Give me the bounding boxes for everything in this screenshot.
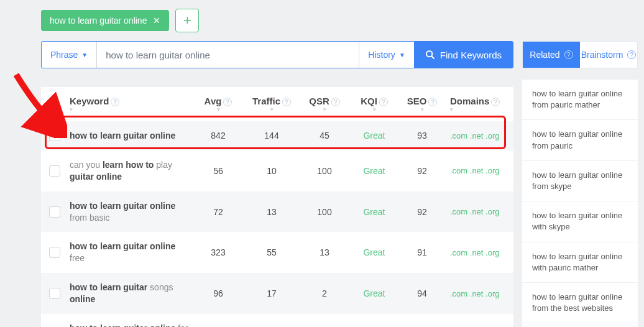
- sort-icon: ▾: [450, 107, 513, 113]
- svg-line-1: [431, 56, 435, 59]
- history-dropdown[interactable]: History ▼: [359, 42, 413, 68]
- keyword-cell: how to learn guitar songs online: [68, 282, 193, 305]
- search-input[interactable]: [97, 42, 359, 68]
- domains-cell: .com .net .org: [445, 248, 513, 257]
- table-row[interactable]: can you learn how to play guitar online5…: [41, 150, 513, 191]
- seo-cell: 91: [399, 247, 445, 257]
- traffic-cell: 13: [244, 207, 300, 217]
- header-domains[interactable]: Domains: [450, 96, 489, 106]
- qsr-cell: 100: [300, 166, 349, 176]
- header-qsr[interactable]: QSR: [309, 96, 329, 106]
- related-item[interactable]: how to learn guitar online from pauric: [522, 120, 638, 160]
- qsr-cell: 45: [300, 131, 349, 140]
- seo-cell: 92: [399, 207, 445, 217]
- sidebar-tabs: Related ? Brainstorm ?: [522, 41, 638, 68]
- related-item[interactable]: how to learn guitar online from pauric m…: [522, 80, 638, 120]
- sort-icon: ▾: [349, 107, 399, 113]
- qsr-cell: 2: [300, 288, 349, 298]
- help-icon[interactable]: ?: [379, 98, 388, 106]
- tab-related[interactable]: Related ?: [523, 42, 580, 68]
- row-checkbox[interactable]: [49, 206, 60, 218]
- keyword-cell: how to learn guitar online: [68, 130, 193, 142]
- help-icon: ?: [564, 50, 573, 59]
- search-icon: [425, 50, 435, 60]
- table-row[interactable]: how to learn guitar online free3235513Gr…: [41, 232, 513, 273]
- related-item[interactable]: how to learn guitar online with pauric m…: [522, 242, 638, 283]
- keyword-cell: can you learn how to play guitar online: [68, 159, 193, 183]
- related-item[interactable]: ca you learn how to play guitar online: [522, 323, 638, 327]
- search-row: Phrase ▼ History ▼ Find Keywords: [41, 41, 513, 68]
- row-checkbox[interactable]: [49, 130, 60, 141]
- avg-cell: 323: [193, 247, 244, 257]
- keyword-cell: how to learn guitar online free: [68, 241, 193, 264]
- phrase-label: Phrase: [50, 50, 78, 60]
- kqi-cell: Great: [349, 207, 399, 217]
- table-row[interactable]: how to learn guitar online from basic721…: [41, 191, 513, 233]
- close-icon[interactable]: ✕: [153, 16, 160, 25]
- plus-icon: +: [183, 12, 191, 29]
- help-icon[interactable]: ?: [111, 98, 119, 106]
- tab-related-label: Related: [530, 50, 559, 60]
- header-keyword[interactable]: Keyword: [70, 96, 109, 106]
- results-table: Keyword?▾ Avg?▾ Traffic?▾ QSR?▾ KQI?▾ SE…: [41, 87, 513, 327]
- avg-cell: 842: [193, 131, 244, 140]
- seo-cell: 92: [399, 166, 445, 176]
- history-label: History: [368, 50, 395, 60]
- qsr-cell: 100: [300, 207, 349, 217]
- domains-cell: .com .net .org: [445, 166, 513, 175]
- tab-brainstorm-label: Brainstorm: [581, 50, 623, 60]
- table-row[interactable]: how to learn guitar online84214445Great9…: [41, 121, 513, 150]
- header-kqi[interactable]: KQI: [361, 96, 377, 106]
- related-item[interactable]: how to learn guitar online from the best…: [522, 283, 638, 323]
- traffic-cell: 10: [244, 166, 300, 176]
- seo-cell: 94: [399, 288, 445, 298]
- help-icon[interactable]: ?: [223, 98, 232, 106]
- find-label: Find Keywords: [440, 50, 502, 60]
- domains-cell: .com .net .org: [445, 207, 513, 216]
- avg-cell: 96: [193, 288, 244, 298]
- sort-icon: ▾: [300, 107, 349, 113]
- help-icon[interactable]: ?: [282, 98, 291, 106]
- avg-cell: 56: [193, 166, 244, 176]
- keyword-tag[interactable]: how to learn guitar online ✕: [41, 10, 169, 31]
- related-item[interactable]: how to learn guitar online with skype: [522, 201, 638, 242]
- traffic-cell: 144: [244, 131, 300, 140]
- kqi-cell: Great: [349, 247, 399, 257]
- chevron-down-icon: ▼: [81, 52, 88, 58]
- traffic-cell: 17: [244, 288, 300, 298]
- sort-icon: ▾: [193, 107, 244, 113]
- keyword-cell: how to learn guitar online for free: [68, 323, 193, 327]
- kqi-cell: Great: [349, 288, 399, 298]
- sort-icon: ▾: [70, 107, 193, 113]
- header-seo[interactable]: SEO: [407, 96, 427, 106]
- related-item[interactable]: how to learn guitar online from skype: [522, 161, 638, 201]
- svg-point-0: [426, 51, 432, 57]
- traffic-cell: 55: [244, 247, 300, 257]
- keyword-cell: how to learn guitar online from basic: [68, 200, 193, 224]
- help-icon[interactable]: ?: [331, 98, 340, 106]
- row-checkbox[interactable]: [49, 288, 60, 299]
- help-icon[interactable]: ?: [428, 98, 437, 106]
- row-checkbox[interactable]: [49, 247, 60, 258]
- header-traffic[interactable]: Traffic: [252, 96, 280, 106]
- chevron-down-icon: ▼: [399, 52, 405, 58]
- related-list: how to learn guitar online from pauric m…: [522, 80, 638, 327]
- kqi-cell: Great: [349, 166, 399, 176]
- row-checkbox[interactable]: [49, 165, 60, 177]
- add-button[interactable]: +: [175, 9, 199, 32]
- avg-cell: 72: [193, 207, 244, 217]
- header-avg[interactable]: Avg: [205, 96, 222, 106]
- help-icon: ?: [627, 50, 636, 59]
- sort-icon: ▾: [399, 107, 445, 113]
- find-keywords-button[interactable]: Find Keywords: [414, 42, 513, 68]
- kqi-cell: Great: [349, 131, 399, 140]
- domains-cell: .com .net .org: [445, 131, 513, 140]
- table-header: Keyword?▾ Avg?▾ Traffic?▾ QSR?▾ KQI?▾ SE…: [41, 87, 513, 121]
- help-icon[interactable]: ?: [491, 98, 500, 106]
- tab-brainstorm[interactable]: Brainstorm ?: [580, 42, 637, 68]
- sort-icon: ▾: [244, 107, 300, 113]
- phrase-dropdown[interactable]: Phrase ▼: [42, 42, 97, 68]
- table-row[interactable]: how to learn guitar songs online96172Gre…: [41, 273, 513, 314]
- domains-cell: .com .net .org: [445, 289, 513, 298]
- table-row[interactable]: how to learn guitar online for free33457…: [41, 314, 513, 327]
